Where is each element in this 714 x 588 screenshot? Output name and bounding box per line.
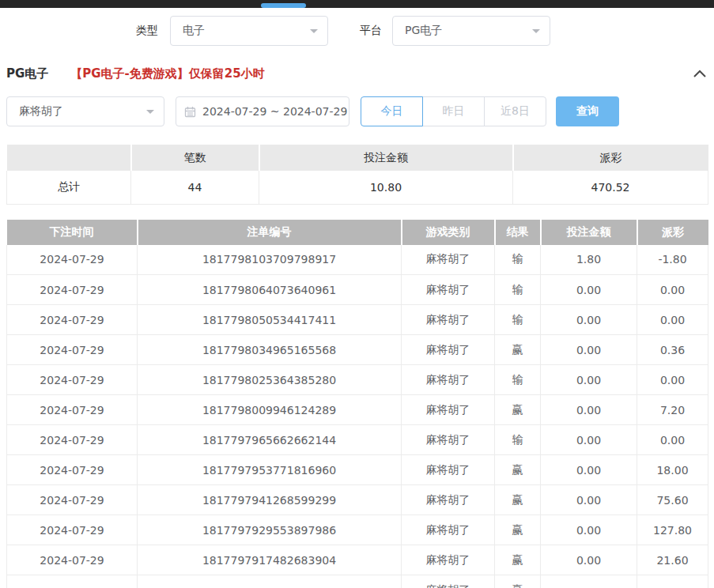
summary-total-payout: 470.52 <box>513 171 708 204</box>
collapse-button[interactable] <box>692 67 708 80</box>
cell-game-type: 麻将胡了 <box>402 275 495 305</box>
type-select-value: 电子 <box>183 24 205 38</box>
summary-table: 笔数 投注金额 派彩 总计 44 10.80 470.52 <box>6 145 708 205</box>
cell-bet-amount: 0.00 <box>541 335 637 365</box>
platform-label: 平台 <box>360 24 382 38</box>
header-result: 结果 <box>495 220 541 245</box>
cell-bet-id: 1817797953771816960 <box>138 455 402 485</box>
cell-bet-amount: 0.00 <box>541 275 637 305</box>
cell-bet-amount: 0.00 <box>541 365 637 395</box>
cell-payout: 0.00 <box>637 275 708 305</box>
bet-table-header-row: 下注时间 注单编号 游戏类别 结果 投注金额 派彩 <box>7 220 708 245</box>
section-notice: 【PG电子-免费游戏】仅保留25小时 <box>70 66 264 81</box>
cell-result: 输 <box>495 305 541 335</box>
cell-bet-id: 1817798025364385280 <box>138 365 402 395</box>
summary-total-count: 44 <box>131 171 259 204</box>
cell-result: 赢 <box>495 515 541 545</box>
summary-header-row: 笔数 投注金额 派彩 <box>7 145 708 171</box>
cell-result: 输 <box>495 425 541 455</box>
cell-payout: -1.80 <box>637 245 708 275</box>
date-range-value: 2024-07-29 ~ 2024-07-29 <box>202 105 347 118</box>
cell-bet-time: 2024-07-29 <box>7 455 138 485</box>
cell-bet-time: 2024-07-29 <box>7 425 138 455</box>
cell-bet-time: 2024-07-29 <box>7 305 138 335</box>
platform-select[interactable]: PG电子 <box>392 16 550 46</box>
cell-bet-id: 1817797965662662144 <box>138 425 402 455</box>
cell-game-type: 麻将胡了 <box>402 515 495 545</box>
cell-game-type: 麻将胡了 <box>402 425 495 455</box>
cell-game-type: 麻将胡了 <box>402 365 495 395</box>
type-select[interactable]: 电子 <box>170 16 328 46</box>
cell-game-type: 麻将胡了 <box>402 575 495 588</box>
header-payout: 派彩 <box>637 220 708 245</box>
cell-bet-time <box>7 575 138 588</box>
cell-bet-amount: 0.00 <box>541 485 637 515</box>
summary-header-payout: 派彩 <box>513 145 708 171</box>
table-row: 2024-07-29 1817797941268599299 麻将胡了 赢 0.… <box>7 485 708 515</box>
header-bet-time: 下注时间 <box>7 220 138 245</box>
table-row: 2024-07-29 1817797953771816960 麻将胡了 赢 0.… <box>7 455 708 485</box>
cell-bet-id: 1817798103709798917 <box>138 245 402 275</box>
cell-bet-amount: 0.00 <box>541 545 637 575</box>
game-select[interactable]: 麻将胡了 <box>6 96 164 126</box>
cell-payout: 7.20 <box>637 395 708 425</box>
cell-bet-id: 1817798050534417411 <box>138 305 402 335</box>
table-row: 2024-07-29 1817798064073640961 麻将胡了 输 0.… <box>7 275 708 305</box>
cell-payout: 0.00 <box>637 365 708 395</box>
top-scrollbar-track <box>0 0 714 8</box>
cell-payout: 0.00 <box>637 425 708 455</box>
cell-bet-id: 1817798009946124289 <box>138 395 402 425</box>
summary-header-bet-amount: 投注金额 <box>259 145 513 171</box>
cell-bet-amount: 0.00 <box>541 515 637 545</box>
type-label: 类型 <box>136 24 158 38</box>
cell-payout: 75.60 <box>637 485 708 515</box>
cell-bet-amount <box>541 575 637 588</box>
cell-result: 输 <box>495 365 541 395</box>
cell-bet-id: 1817797929553897986 <box>138 515 402 545</box>
last-8-days-button[interactable]: 近8日 <box>484 96 546 126</box>
summary-total-row: 总计 44 10.80 470.52 <box>7 171 708 204</box>
table-row: 2024-07-29 1817798050534417411 麻将胡了 输 0.… <box>7 305 708 335</box>
cell-bet-id: 1817797941268599299 <box>138 485 402 515</box>
today-button[interactable]: 今日 <box>361 96 423 126</box>
cell-bet-time: 2024-07-29 <box>7 365 138 395</box>
chevron-down-icon <box>532 29 540 37</box>
cell-game-type: 麻将胡了 <box>402 305 495 335</box>
table-row: 2024-07-29 1817798034965165568 麻将胡了 赢 0.… <box>7 335 708 365</box>
top-scrollbar-thumb[interactable] <box>261 3 306 8</box>
platform-select-value: PG电子 <box>405 24 442 38</box>
search-button[interactable]: 查询 <box>556 96 619 126</box>
header-game-type: 游戏类别 <box>402 220 495 245</box>
top-filter-row: 类型 电子 平台 PG电子 <box>0 16 714 46</box>
cell-bet-id <box>138 575 402 588</box>
cell-game-type: 麻将胡了 <box>402 335 495 365</box>
section-header: PG电子 【PG电子-免费游戏】仅保留25小时 <box>6 65 708 82</box>
cell-result: 输 <box>495 245 541 275</box>
cell-game-type: 麻将胡了 <box>402 395 495 425</box>
bet-table-body: 2024-07-29 1817798103709798917 麻将胡了 输 1.… <box>7 245 708 588</box>
header-bet-amount: 投注金额 <box>541 220 637 245</box>
chevron-up-icon <box>692 67 708 80</box>
summary-header-empty <box>7 145 131 171</box>
cell-result: 赢 <box>495 485 541 515</box>
cell-game-type: 麻将胡了 <box>402 485 495 515</box>
cell-result: 赢 <box>495 545 541 575</box>
cell-bet-amount: 0.00 <box>541 395 637 425</box>
cell-bet-time: 2024-07-29 <box>7 545 138 575</box>
chevron-down-icon <box>146 110 154 118</box>
cell-result: 输 <box>495 275 541 305</box>
cell-payout: 127.80 <box>637 515 708 545</box>
cell-payout: 21.60 <box>637 545 708 575</box>
date-range-input[interactable]: 2024-07-29 ~ 2024-07-29 <box>176 96 349 126</box>
bet-records-table: 下注时间 注单编号 游戏类别 结果 投注金额 派彩 2024-07-29 181… <box>6 220 708 588</box>
table-row: 2024-07-29 1817798103709798917 麻将胡了 输 1.… <box>7 245 708 275</box>
cell-payout: 18.00 <box>637 455 708 485</box>
query-row: 麻将胡了 2024-07-29 ~ 2024-07-29 今日 昨日 近8日 查… <box>6 96 708 126</box>
cell-bet-time: 2024-07-29 <box>7 335 138 365</box>
yesterday-button[interactable]: 昨日 <box>422 96 485 126</box>
page: 类型 电子 平台 PG电子 PG电子 【PG电子-免费游戏】仅保留25小时 麻将… <box>0 0 714 588</box>
cell-bet-amount: 0.00 <box>541 305 637 335</box>
cell-payout: 0.00 <box>637 305 708 335</box>
cell-bet-time: 2024-07-29 <box>7 485 138 515</box>
section-title: PG电子 <box>6 66 48 81</box>
